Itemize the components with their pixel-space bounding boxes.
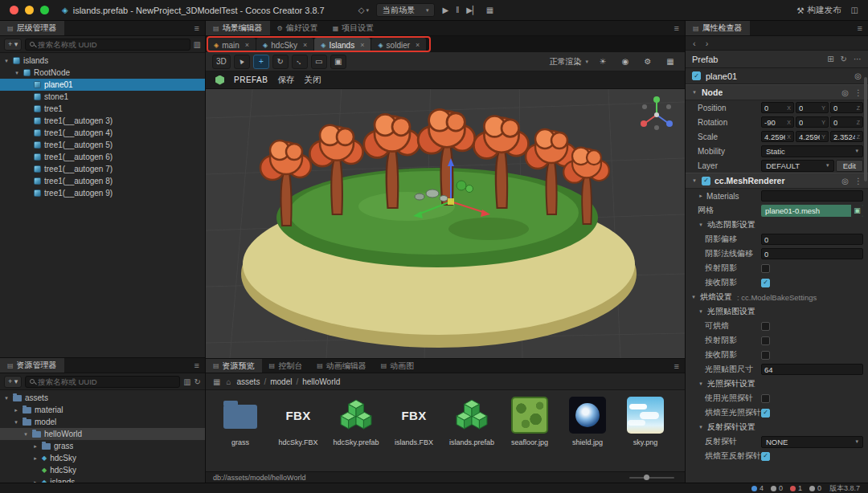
select-tool-icon[interactable]: ▲: [234, 55, 250, 69]
prefab-sync-icon[interactable]: ↻: [841, 55, 847, 63]
tab-close-icon[interactable]: ×: [245, 41, 249, 49]
scene-select[interactable]: 当前场景 ▾: [376, 3, 436, 17]
pause-button[interactable]: ‖: [456, 6, 459, 14]
hierarchy-node-row[interactable]: tree1(__autogen 6): [0, 151, 205, 163]
number-input[interactable]: 0: [761, 248, 863, 259]
expander-icon[interactable]: [24, 94, 31, 100]
expander-icon[interactable]: [32, 467, 39, 473]
expander-icon[interactable]: ▸: [32, 479, 39, 483]
asset-grid-item[interactable]: FBXislands.FBX: [387, 394, 440, 471]
vector-input-z[interactable]: 0Z: [830, 102, 863, 113]
expander-icon[interactable]: [24, 178, 31, 184]
home-icon[interactable]: ⌂: [226, 377, 231, 386]
doc-tab-soldier[interactable]: ◈soldier×: [371, 38, 426, 52]
assets-search-input[interactable]: [38, 377, 175, 386]
hierarchy-node-row[interactable]: tree1(__autogen 9): [0, 187, 205, 199]
vector-input-x[interactable]: 4.2596X: [761, 131, 794, 142]
expander-icon[interactable]: [24, 142, 31, 148]
collapse-icon[interactable]: ▸: [698, 193, 704, 199]
edit-layer-button[interactable]: Edit: [836, 160, 863, 172]
property-group[interactable]: ▾反射探针设置: [686, 420, 868, 434]
prefab-more-icon[interactable]: ⋯: [854, 55, 862, 63]
camera-icon[interactable]: ◉: [617, 55, 633, 69]
log-counter[interactable]: 0: [809, 484, 821, 492]
grid-view-icon[interactable]: ▦: [213, 377, 220, 386]
render-mode-select[interactable]: 正常渲染 ▾: [549, 56, 588, 67]
property-group[interactable]: ▾烘焙设置: cc.ModelBakeSettings: [686, 290, 868, 304]
light-icon[interactable]: ☀: [595, 55, 611, 69]
property-checkbox[interactable]: [761, 351, 770, 360]
expander-icon[interactable]: [24, 130, 31, 136]
asset-grid-item[interactable]: shield.jpg: [561, 394, 614, 471]
tab-close-icon[interactable]: ×: [303, 41, 307, 49]
tab-asset-preview[interactable]: ▤资源预览: [206, 359, 262, 373]
collapse-icon[interactable]: ▾: [690, 294, 697, 300]
property-checkbox[interactable]: [761, 336, 770, 345]
tab-scene-editor[interactable]: ▤场景编辑器: [206, 21, 270, 35]
log-counter[interactable]: 0: [771, 484, 783, 492]
rect-tool-icon[interactable]: ▭: [311, 55, 327, 69]
tab-animation-graph[interactable]: ▤动画图: [374, 359, 422, 373]
step-button[interactable]: ▶▏: [466, 6, 478, 14]
property-checkbox[interactable]: [761, 264, 770, 273]
layout-grid-icon[interactable]: ▦: [486, 6, 493, 14]
doc-tab-Islands[interactable]: ◈Islands×: [314, 38, 371, 52]
component-header[interactable]: ▾Node◎⋮: [686, 84, 868, 100]
property-group[interactable]: ▾光照探针设置: [686, 377, 868, 391]
hierarchy-node-row[interactable]: tree1(__autogen 7): [0, 163, 205, 175]
vector-input-x[interactable]: 0X: [761, 102, 794, 113]
hierarchy-node-row[interactable]: tree1(__autogen 5): [0, 139, 205, 151]
panel-menu-icon[interactable]: ≡: [669, 21, 685, 35]
hierarchy-search-input[interactable]: [38, 40, 185, 49]
asset-grid-item[interactable]: seafloor.jpg: [503, 394, 556, 471]
gizmo-space-icon[interactable]: ▣: [330, 55, 346, 69]
breadcrumb-segment[interactable]: model: [270, 377, 292, 386]
asset-grid-item[interactable]: hdcSky.prefab: [330, 394, 383, 471]
prefab-save-button[interactable]: 保存: [277, 75, 294, 86]
tab-close-icon[interactable]: ×: [416, 41, 420, 49]
property-group[interactable]: ▾动态阴影设置: [686, 218, 868, 232]
device-icon[interactable]: ◇▾: [358, 6, 369, 14]
menu-dots-icon[interactable]: ⋮: [854, 88, 862, 97]
hierarchy-node-row[interactable]: stone1: [0, 91, 205, 103]
tab-console[interactable]: ▤控制台: [262, 359, 310, 373]
tab-project-settings[interactable]: ▦项目设置: [326, 21, 382, 35]
node-help-icon[interactable]: ◎: [854, 71, 862, 80]
play-button[interactable]: ▶: [442, 6, 448, 14]
asset-node-row[interactable]: ◆hdcSky: [0, 464, 205, 476]
create-asset-button[interactable]: + ▾: [4, 376, 22, 388]
asset-node-row[interactable]: ▾helloWorld: [0, 428, 205, 440]
tab-close-icon[interactable]: ×: [360, 41, 364, 49]
expander-icon[interactable]: ▾: [13, 419, 19, 426]
vector-input-z[interactable]: 0Z: [830, 116, 863, 128]
asset-grid-item[interactable]: grass: [214, 394, 267, 471]
gear-icon[interactable]: ⚙: [640, 55, 656, 69]
panel-menu-icon[interactable]: ≡: [669, 359, 685, 373]
zoom-window-button[interactable]: [40, 6, 49, 14]
asset-node-row[interactable]: ▸material: [0, 404, 205, 416]
app-window-icon[interactable]: ◫: [851, 6, 858, 14]
vector-input-y[interactable]: 0Y: [796, 102, 829, 113]
asset-grid-item[interactable]: FBXhdcSky.FBX: [272, 394, 325, 471]
hierarchy-node-row[interactable]: tree1(__autogen 4): [0, 127, 205, 139]
expander-icon[interactable]: [24, 166, 31, 172]
hierarchy-node-row[interactable]: plane01: [0, 79, 205, 91]
expander-icon[interactable]: ▾: [14, 70, 20, 76]
build-publish-button[interactable]: ⚒ 构建发布: [796, 5, 841, 16]
axis-gizmo[interactable]: [635, 92, 678, 137]
collapse-icon[interactable]: ▾: [698, 424, 704, 430]
expander-icon[interactable]: ▾: [23, 431, 29, 438]
refresh-icon[interactable]: ↻: [194, 377, 201, 386]
array-size-field[interactable]: [761, 190, 863, 202]
menu-dots-icon[interactable]: ⋮: [854, 177, 862, 185]
doc-tab-hdcSky[interactable]: ◈hdcSky×: [256, 38, 313, 52]
help-icon[interactable]: ◎: [841, 177, 849, 185]
hierarchy-search[interactable]: [25, 39, 190, 51]
scale-tool-icon[interactable]: ↔: [292, 55, 308, 69]
panel-menu-icon[interactable]: ≡: [852, 21, 868, 35]
panel-menu-icon[interactable]: ≡: [189, 21, 205, 35]
asset-node-row[interactable]: ▸◆islands: [0, 476, 205, 483]
asset-node-row[interactable]: ▾assets: [0, 392, 205, 404]
hierarchy-node-row[interactable]: ▾RootNode: [0, 67, 205, 79]
assets-search[interactable]: [25, 376, 180, 388]
